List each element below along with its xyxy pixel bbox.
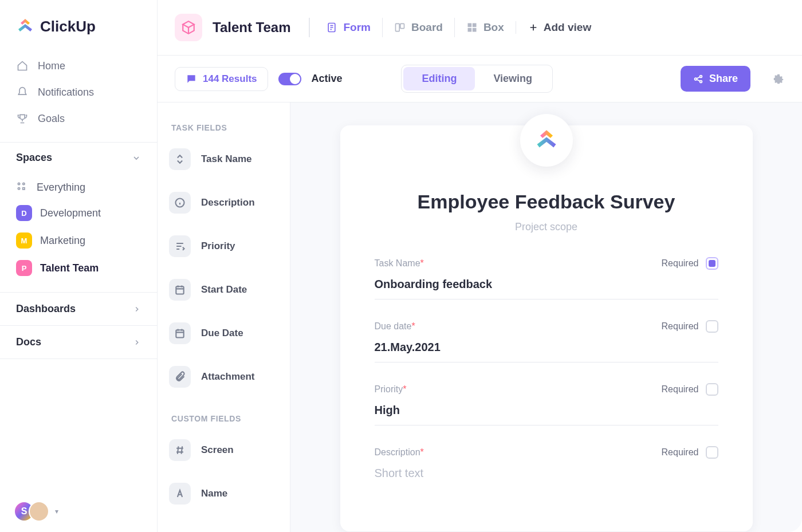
active-label: Active bbox=[312, 73, 343, 85]
sidebar-item-development[interactable]: D Development bbox=[8, 199, 149, 227]
text-icon bbox=[169, 483, 191, 505]
view-tabs: Form Board Box Add view bbox=[309, 18, 591, 37]
space-label: Development bbox=[40, 207, 101, 219]
sidebar-item-talent-team[interactable]: P Talent Team bbox=[8, 254, 149, 282]
form-icon bbox=[326, 22, 337, 33]
field-title: Task Name bbox=[375, 258, 420, 268]
tab-form[interactable]: Form bbox=[309, 18, 382, 37]
share-icon bbox=[693, 74, 703, 84]
page-title: Talent Team bbox=[213, 19, 290, 36]
paperclip-icon bbox=[169, 366, 191, 388]
form-canvas: Employee Feedback Survey Project scope T… bbox=[290, 103, 802, 532]
form-field-task-name[interactable]: Task Name* Required Onboarding feedback bbox=[375, 257, 718, 300]
tab-board[interactable]: Board bbox=[382, 18, 454, 37]
mode-segment: Editing Viewing bbox=[401, 65, 553, 93]
sidebar: ClickUp Home Notifications Goals Spaces bbox=[0, 0, 158, 532]
custom-fields-header: CUSTOM FIELDS bbox=[171, 414, 276, 423]
form-title[interactable]: Employee Feedback Survey bbox=[375, 191, 718, 213]
field-screen[interactable]: Screen bbox=[169, 434, 278, 477]
chevron-right-icon bbox=[133, 305, 141, 313]
required-label: Required bbox=[662, 447, 699, 458]
field-value[interactable]: Short text bbox=[375, 467, 718, 480]
field-priority[interactable]: Priority bbox=[169, 230, 278, 273]
field-title: Description bbox=[375, 447, 420, 457]
user-menu[interactable]: S ▾ bbox=[0, 491, 157, 532]
sidebar-item-everything[interactable]: Everything bbox=[8, 175, 149, 199]
tab-box[interactable]: Box bbox=[454, 18, 516, 37]
chevron-down-icon bbox=[132, 153, 141, 163]
sidebar-docs[interactable]: Docs bbox=[0, 325, 157, 358]
required-checkbox[interactable] bbox=[706, 446, 718, 459]
field-attachment[interactable]: Attachment bbox=[169, 360, 278, 404]
workspace: TASK FIELDS Task Name Description Priori… bbox=[158, 103, 802, 532]
required-checkbox[interactable] bbox=[706, 257, 718, 270]
sidebar-item-marketing[interactable]: M Marketing bbox=[8, 227, 149, 254]
field-label: Attachment bbox=[201, 371, 255, 383]
field-label: Name bbox=[201, 488, 227, 499]
field-label: Due Date bbox=[201, 328, 243, 339]
form-logo[interactable] bbox=[520, 114, 573, 167]
nav-label: Home bbox=[38, 60, 65, 72]
field-task-name[interactable]: Task Name bbox=[169, 143, 278, 186]
field-label: Screen bbox=[201, 444, 234, 456]
field-start-date[interactable]: Start Date bbox=[169, 273, 278, 317]
nav-goals[interactable]: Goals bbox=[8, 105, 149, 132]
share-button[interactable]: Share bbox=[681, 66, 750, 92]
plus-icon bbox=[529, 23, 538, 32]
mode-viewing[interactable]: Viewing bbox=[475, 67, 551, 90]
share-label: Share bbox=[709, 73, 738, 85]
sidebar-dashboards[interactable]: Dashboards bbox=[0, 292, 157, 325]
required-label: Required bbox=[662, 321, 699, 332]
results-button[interactable]: 144 Results bbox=[175, 67, 268, 91]
svg-rect-16 bbox=[176, 330, 183, 337]
nav-label: Notifications bbox=[38, 86, 94, 98]
field-value[interactable]: Onboarding feedback bbox=[375, 278, 718, 291]
field-label: Priority bbox=[201, 241, 235, 252]
primary-nav: Home Notifications Goals bbox=[0, 49, 157, 142]
form-subtitle[interactable]: Project scope bbox=[375, 221, 718, 233]
form-field-due-date[interactable]: Due date* Required 21.May.2021 bbox=[375, 320, 718, 362]
field-due-date[interactable]: Due Date bbox=[169, 317, 278, 360]
add-view-button[interactable]: Add view bbox=[516, 21, 591, 34]
caret-down-icon: ▾ bbox=[55, 507, 58, 515]
field-name[interactable]: Name bbox=[169, 477, 278, 521]
field-value[interactable]: 21.May.2021 bbox=[375, 341, 718, 354]
nav-notifications[interactable]: Notifications bbox=[8, 79, 149, 105]
form-field-priority[interactable]: Priority* Required High bbox=[375, 383, 718, 425]
settings-button[interactable] bbox=[772, 73, 785, 85]
required-label: Required bbox=[662, 258, 699, 269]
field-title: Priority bbox=[375, 384, 403, 394]
space-label: Talent Team bbox=[40, 262, 99, 274]
svg-point-0 bbox=[18, 183, 19, 184]
required-checkbox[interactable] bbox=[706, 320, 718, 333]
nav-label: Goals bbox=[38, 113, 65, 125]
form-card: Employee Feedback Survey Project scope T… bbox=[340, 125, 753, 531]
svg-rect-10 bbox=[473, 28, 477, 32]
space-badge: P bbox=[16, 260, 32, 276]
chevron-right-icon bbox=[133, 338, 141, 346]
priority-icon bbox=[169, 235, 191, 257]
nav-home[interactable]: Home bbox=[8, 53, 149, 79]
tab-label: Board bbox=[411, 21, 443, 34]
brand-name: ClickUp bbox=[40, 18, 96, 36]
spaces-list: Everything D Development M Marketing P T… bbox=[0, 173, 157, 292]
field-description[interactable]: Description bbox=[169, 186, 278, 230]
svg-point-1 bbox=[23, 183, 25, 184]
required-checkbox[interactable] bbox=[706, 383, 718, 396]
avatar-stack: S bbox=[14, 501, 49, 522]
bell-icon bbox=[16, 86, 29, 98]
brand-logo[interactable]: ClickUp bbox=[0, 0, 157, 49]
mode-editing[interactable]: Editing bbox=[403, 67, 475, 90]
spaces-header[interactable]: Spaces bbox=[0, 142, 157, 173]
space-label: Marketing bbox=[40, 235, 85, 247]
svg-rect-8 bbox=[473, 23, 477, 27]
fields-panel: TASK FIELDS Task Name Description Priori… bbox=[158, 103, 290, 532]
clickup-logo-icon bbox=[16, 17, 34, 36]
svg-rect-5 bbox=[395, 23, 399, 31]
form-field-description[interactable]: Description* Required Short text bbox=[375, 446, 718, 488]
task-fields-header: TASK FIELDS bbox=[171, 123, 276, 132]
chat-icon bbox=[186, 73, 197, 85]
active-toggle[interactable] bbox=[278, 73, 301, 85]
field-label: Task Name bbox=[201, 153, 252, 165]
field-value[interactable]: High bbox=[375, 404, 718, 417]
